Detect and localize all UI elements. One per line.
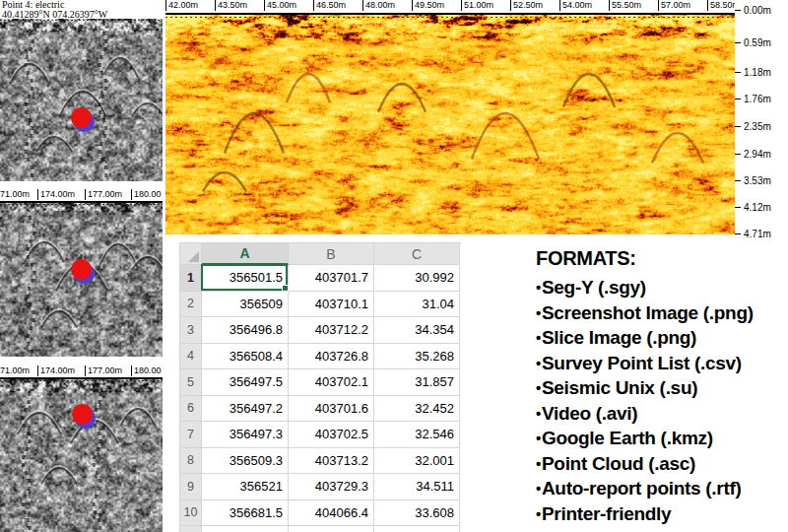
cell[interactable]: 31.04 [374, 292, 460, 318]
row-header[interactable]: 3 [180, 317, 202, 344]
select-all-triangle-icon [188, 251, 199, 262]
ruler-label: 174.00m [37, 189, 75, 200]
cell[interactable]: 356508.4 [202, 344, 289, 370]
cell[interactable]: 32.546 [374, 422, 460, 448]
ruler-label: 52.50m [510, 0, 543, 11]
cell[interactable] [374, 526, 460, 532]
cell[interactable]: 356496.8 [202, 317, 289, 344]
spreadsheet: A B C 1 356501.5 403701.7 30.992 2 35650… [179, 242, 461, 532]
cell[interactable]: 34.511 [374, 474, 460, 500]
list-item: •Slice Image (.png) [536, 325, 788, 351]
depth-tick [735, 207, 741, 208]
ruler-label: 71.00m [0, 189, 30, 200]
cell[interactable]: 30.992 [374, 265, 460, 292]
depth-tick [735, 72, 741, 73]
gpr-scan-canvas-bottom[interactable] [0, 379, 163, 532]
depth-label: 4.71m [744, 229, 771, 237]
table-row: 7 356497.3 403702.5 32.546 [180, 422, 461, 448]
cell[interactable]: 356509 [202, 292, 289, 318]
bullet-icon: • [536, 430, 541, 446]
cell[interactable]: 404066.4 [289, 500, 374, 527]
list-item: •Seg-Y (.sgy) [536, 275, 788, 300]
table-row: 8 356509.3 403713.2 32.001 [180, 448, 461, 475]
cell[interactable]: 403713.2 [289, 448, 374, 475]
cell[interactable]: 356509.3 [202, 448, 289, 475]
table-row: 4 356508.4 403726.8 35.268 [180, 344, 461, 370]
bullet-icon: • [536, 455, 541, 472]
cell[interactable]: 403701.6 [289, 396, 374, 423]
bullet-icon: • [536, 379, 541, 396]
list-item: •Google Earth (.kmz) [536, 426, 788, 451]
select-all-corner[interactable] [180, 243, 202, 265]
cell[interactable]: 32.001 [374, 448, 460, 475]
depth-label: 1.76m [744, 94, 771, 104]
depth-tick [735, 99, 741, 100]
row-header[interactable]: 5 [180, 369, 202, 396]
survey-point-marker[interactable] [71, 107, 92, 128]
ruler-label: 42.00m [165, 0, 198, 11]
cell[interactable]: 356681.5 [202, 500, 289, 527]
column-header-c[interactable]: C [374, 243, 460, 265]
survey-point-marker[interactable] [72, 404, 93, 425]
cell[interactable]: 403702.1 [289, 369, 374, 396]
depth-tick [735, 233, 741, 234]
row-header[interactable]: 6 [180, 396, 202, 423]
table-row: 5 356497.5 403702.1 31.857 [180, 369, 461, 396]
cell[interactable]: 403726.8 [289, 344, 374, 370]
table-row: 3 356496.8 403712.2 34.354 [180, 317, 461, 344]
depth-label: 2.35m [744, 121, 771, 132]
table-row: 1 356501.5 403701.7 30.992 [180, 265, 461, 292]
cell[interactable]: 403701.7 [289, 265, 374, 292]
column-header-b[interactable]: B [289, 243, 374, 265]
row-header[interactable]: 1 [180, 265, 202, 292]
row-header[interactable]: 10 [180, 500, 202, 527]
cell[interactable]: 356497.3 [202, 422, 289, 448]
ruler-label: 174.00m [37, 366, 75, 376]
ruler-label: 51.00m [461, 0, 493, 11]
ruler-label: 54.00m [559, 0, 592, 11]
list-item: •Survey Point List (.csv) [536, 351, 788, 376]
radargram-canvas[interactable] [165, 15, 737, 234]
column-header-a[interactable]: A [202, 243, 289, 265]
cell[interactable]: 33.608 [374, 500, 460, 527]
scan-ruler-bottom: 71.00m 174.00m 177.00m 180.00 [0, 366, 163, 379]
survey-point-marker[interactable] [71, 259, 92, 280]
gpr-scan-canvas-top[interactable] [0, 19, 163, 181]
row-header[interactable]: 2 [180, 292, 202, 318]
list-item: •Auto-report points (.rtf) [536, 476, 788, 501]
ruler-label: 48.00m [362, 0, 395, 11]
scan-header: Point 4: electric 40.41289°N 074.26397°W [2, 0, 163, 19]
formats-block: FORMATS: •Seg-Y (.sgy) •Screenshot Image… [536, 246, 788, 526]
ruler-label: 46.50m [313, 0, 346, 11]
ruler-label: 180.00 [131, 189, 162, 200]
cell[interactable]: 403702.5 [289, 422, 374, 448]
cell[interactable]: 356497.2 [202, 396, 289, 423]
row-header[interactable]: 9 [180, 474, 202, 500]
cell[interactable] [289, 526, 374, 532]
cell[interactable]: 403710.1 [289, 292, 374, 318]
cell[interactable]: 356521 [202, 474, 289, 500]
cell[interactable]: 34.354 [374, 317, 460, 344]
cell[interactable]: 356501.5 [202, 265, 289, 292]
ruler-label: 45.00m [264, 0, 296, 11]
cell[interactable]: 403729.3 [289, 474, 374, 500]
scan-gps-coords: 40.41289°N 074.26397°W [2, 10, 163, 20]
depth-label: 4.12m [744, 202, 771, 213]
cell[interactable]: 356497.5 [202, 369, 289, 396]
table-row-partial [180, 526, 461, 532]
row-header[interactable]: 4 [180, 344, 202, 370]
row-header[interactable] [180, 526, 202, 532]
depth-tick [735, 126, 741, 127]
cell[interactable]: 31.857 [374, 369, 460, 396]
cell[interactable]: 35.268 [374, 344, 460, 370]
depth-label: 0.59m [744, 37, 771, 48]
cell[interactable] [202, 526, 289, 532]
cell[interactable]: 403712.2 [289, 317, 374, 344]
row-header[interactable]: 7 [180, 422, 202, 448]
bullet-icon: • [536, 505, 541, 522]
bullet-icon: • [536, 480, 541, 497]
scan-ruler-middle: 71.00m 174.00m 177.00m 180.00 [0, 189, 163, 203]
row-header[interactable]: 8 [180, 448, 202, 475]
cell[interactable]: 32.452 [374, 396, 460, 423]
table-row: 6 356497.2 403701.6 32.452 [180, 396, 461, 423]
